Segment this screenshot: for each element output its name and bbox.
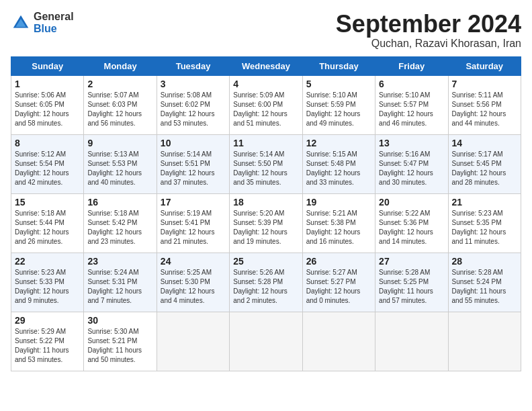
day-info: Sunrise: 5:26 AM Sunset: 5:28 PM Dayligh…: [233, 268, 298, 306]
day-number: 27: [379, 256, 444, 267]
day-info: Sunrise: 5:28 AM Sunset: 5:24 PM Dayligh…: [452, 268, 517, 306]
day-number: 11: [233, 138, 298, 148]
day-info: Sunrise: 5:10 AM Sunset: 5:57 PM Dayligh…: [379, 91, 444, 128]
col-header-monday: Monday: [84, 56, 157, 75]
calendar-cell: 29Sunrise: 5:29 AM Sunset: 5:22 PM Dayli…: [11, 312, 84, 371]
day-info: Sunrise: 5:11 AM Sunset: 5:56 PM Dayligh…: [452, 91, 517, 128]
month-title: September 2024: [336, 11, 521, 38]
title-block: September 2024 Quchan, Razavi Khorasan, …: [336, 11, 521, 50]
day-number: 20: [379, 197, 444, 208]
day-info: Sunrise: 5:15 AM Sunset: 5:48 PM Dayligh…: [306, 150, 371, 187]
calendar-cell: 24Sunrise: 5:25 AM Sunset: 5:30 PM Dayli…: [157, 253, 229, 312]
day-number: 12: [306, 138, 371, 148]
col-header-sunday: Sunday: [11, 56, 84, 75]
calendar-cell: 14Sunrise: 5:17 AM Sunset: 5:45 PM Dayli…: [448, 134, 521, 193]
calendar-cell: 4Sunrise: 5:09 AM Sunset: 6:00 PM Daylig…: [230, 75, 302, 134]
day-info: Sunrise: 5:14 AM Sunset: 5:50 PM Dayligh…: [233, 150, 298, 187]
day-info: Sunrise: 5:28 AM Sunset: 5:25 PM Dayligh…: [379, 268, 444, 306]
day-number: 26: [306, 256, 371, 267]
calendar-cell: 7Sunrise: 5:11 AM Sunset: 5:56 PM Daylig…: [448, 75, 521, 134]
day-info: Sunrise: 5:20 AM Sunset: 5:39 PM Dayligh…: [233, 209, 298, 246]
day-info: Sunrise: 5:30 AM Sunset: 5:21 PM Dayligh…: [87, 327, 152, 365]
day-info: Sunrise: 5:14 AM Sunset: 5:51 PM Dayligh…: [161, 150, 226, 187]
calendar-cell: 5Sunrise: 5:10 AM Sunset: 5:59 PM Daylig…: [302, 75, 375, 134]
logo-general: General: [34, 11, 74, 23]
day-number: 17: [161, 197, 226, 208]
day-number: 5: [306, 79, 371, 89]
day-info: Sunrise: 5:18 AM Sunset: 5:42 PM Dayligh…: [87, 209, 152, 246]
day-number: 8: [15, 138, 80, 148]
calendar-week-4: 22Sunrise: 5:23 AM Sunset: 5:33 PM Dayli…: [11, 253, 521, 312]
calendar-cell: 20Sunrise: 5:22 AM Sunset: 5:36 PM Dayli…: [375, 193, 448, 253]
calendar-cell: 21Sunrise: 5:23 AM Sunset: 5:35 PM Dayli…: [448, 193, 521, 253]
day-number: 2: [87, 79, 152, 89]
day-number: 15: [15, 197, 80, 208]
day-number: 21: [452, 197, 517, 208]
calendar-table: SundayMondayTuesdayWednesdayThursdayFrid…: [11, 56, 521, 371]
calendar-cell: 9Sunrise: 5:13 AM Sunset: 5:53 PM Daylig…: [84, 134, 157, 193]
day-info: Sunrise: 5:17 AM Sunset: 5:45 PM Dayligh…: [452, 150, 517, 187]
day-number: 16: [87, 197, 152, 208]
calendar-cell: [157, 312, 229, 371]
col-header-saturday: Saturday: [448, 56, 521, 75]
day-number: 3: [161, 79, 226, 89]
calendar-cell: 17Sunrise: 5:19 AM Sunset: 5:41 PM Dayli…: [157, 193, 229, 253]
day-number: 9: [87, 138, 152, 148]
day-number: 30: [87, 315, 152, 326]
calendar-cell: 27Sunrise: 5:28 AM Sunset: 5:25 PM Dayli…: [375, 253, 448, 312]
calendar-cell: [375, 312, 448, 371]
calendar-cell: 2Sunrise: 5:07 AM Sunset: 6:03 PM Daylig…: [84, 75, 157, 134]
day-number: 28: [452, 256, 517, 267]
day-info: Sunrise: 5:25 AM Sunset: 5:30 PM Dayligh…: [161, 268, 226, 306]
day-number: 13: [379, 138, 444, 148]
day-info: Sunrise: 5:13 AM Sunset: 5:53 PM Dayligh…: [87, 150, 152, 187]
day-info: Sunrise: 5:24 AM Sunset: 5:31 PM Dayligh…: [87, 268, 152, 306]
logo-text: General Blue: [34, 11, 74, 34]
calendar-week-3: 15Sunrise: 5:18 AM Sunset: 5:44 PM Dayli…: [11, 193, 521, 253]
col-header-tuesday: Tuesday: [157, 56, 229, 75]
day-info: Sunrise: 5:09 AM Sunset: 6:00 PM Dayligh…: [233, 91, 298, 128]
calendar-cell: 19Sunrise: 5:21 AM Sunset: 5:38 PM Dayli…: [302, 193, 375, 253]
day-info: Sunrise: 5:29 AM Sunset: 5:22 PM Dayligh…: [15, 327, 80, 365]
day-info: Sunrise: 5:08 AM Sunset: 6:02 PM Dayligh…: [161, 91, 226, 128]
day-info: Sunrise: 5:06 AM Sunset: 6:05 PM Dayligh…: [15, 91, 80, 128]
col-header-wednesday: Wednesday: [230, 56, 302, 75]
day-number: 14: [452, 138, 517, 148]
day-info: Sunrise: 5:16 AM Sunset: 5:47 PM Dayligh…: [379, 150, 444, 187]
day-number: 18: [233, 197, 298, 208]
calendar-cell: 8Sunrise: 5:12 AM Sunset: 5:54 PM Daylig…: [11, 134, 84, 193]
calendar-cell: 15Sunrise: 5:18 AM Sunset: 5:44 PM Dayli…: [11, 193, 84, 253]
day-info: Sunrise: 5:27 AM Sunset: 5:27 PM Dayligh…: [306, 268, 371, 306]
calendar-cell: 28Sunrise: 5:28 AM Sunset: 5:24 PM Dayli…: [448, 253, 521, 312]
calendar-cell: 30Sunrise: 5:30 AM Sunset: 5:21 PM Dayli…: [84, 312, 157, 371]
calendar-cell: 10Sunrise: 5:14 AM Sunset: 5:51 PM Dayli…: [157, 134, 229, 193]
calendar-cell: 3Sunrise: 5:08 AM Sunset: 6:02 PM Daylig…: [157, 75, 229, 134]
calendar-cell: [302, 312, 375, 371]
calendar-week-1: 1Sunrise: 5:06 AM Sunset: 6:05 PM Daylig…: [11, 75, 521, 134]
day-number: 19: [306, 197, 371, 208]
calendar-cell: 22Sunrise: 5:23 AM Sunset: 5:33 PM Dayli…: [11, 253, 84, 312]
logo-blue: Blue: [34, 23, 74, 35]
day-info: Sunrise: 5:23 AM Sunset: 5:35 PM Dayligh…: [452, 209, 517, 246]
header-row: SundayMondayTuesdayWednesdayThursdayFrid…: [11, 56, 521, 75]
calendar-cell: 12Sunrise: 5:15 AM Sunset: 5:48 PM Dayli…: [302, 134, 375, 193]
calendar-week-2: 8Sunrise: 5:12 AM Sunset: 5:54 PM Daylig…: [11, 134, 521, 193]
day-number: 22: [15, 256, 80, 267]
calendar-cell: 6Sunrise: 5:10 AM Sunset: 5:57 PM Daylig…: [375, 75, 448, 134]
calendar-cell: [230, 312, 302, 371]
calendar-week-5: 29Sunrise: 5:29 AM Sunset: 5:22 PM Dayli…: [11, 312, 521, 371]
day-number: 7: [452, 79, 517, 89]
location: Quchan, Razavi Khorasan, Iran: [336, 38, 521, 50]
day-number: 1: [15, 79, 80, 89]
day-number: 10: [161, 138, 226, 148]
day-info: Sunrise: 5:07 AM Sunset: 6:03 PM Dayligh…: [87, 91, 152, 128]
calendar-cell: [448, 312, 521, 371]
day-number: 23: [87, 256, 152, 267]
calendar-cell: 16Sunrise: 5:18 AM Sunset: 5:42 PM Dayli…: [84, 193, 157, 253]
calendar-cell: 25Sunrise: 5:26 AM Sunset: 5:28 PM Dayli…: [230, 253, 302, 312]
day-number: 25: [233, 256, 298, 267]
calendar-cell: 13Sunrise: 5:16 AM Sunset: 5:47 PM Dayli…: [375, 134, 448, 193]
day-number: 6: [379, 79, 444, 89]
day-info: Sunrise: 5:12 AM Sunset: 5:54 PM Dayligh…: [15, 150, 80, 187]
day-info: Sunrise: 5:23 AM Sunset: 5:33 PM Dayligh…: [15, 268, 80, 306]
